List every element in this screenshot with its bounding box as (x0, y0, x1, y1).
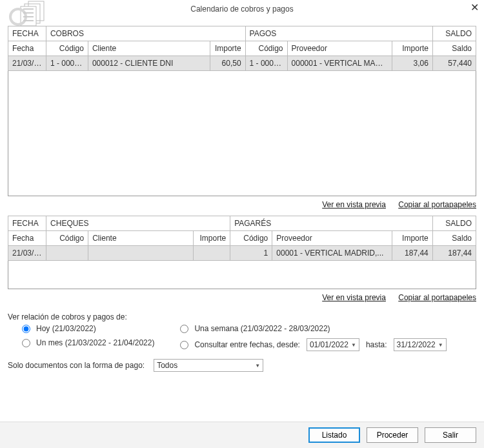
filters-label: Ver relación de cobros y pagos de: (8, 309, 476, 324)
link-preview-1[interactable]: Ver en vista previa (322, 200, 386, 209)
col-fecha[interactable]: Fecha (8, 41, 46, 56)
chevron-down-icon[interactable]: ▼ (348, 342, 358, 348)
radio-entre-label: Consultar entre fechas, desde: (194, 340, 299, 349)
radio-mes-label: Un mes (21/03/2022 - 21/04/2022) (36, 338, 154, 347)
date-desde-value: 01/01/2022 (310, 340, 348, 349)
col-importe-c[interactable]: Importe (210, 41, 245, 56)
col-codigo-p-2[interactable]: Código (230, 231, 272, 246)
cell-fecha: 21/03/22 (8, 56, 46, 71)
group-pagos: PAGOS (245, 26, 432, 41)
group-fecha-2: FECHA (8, 216, 46, 231)
col-proveedor-2[interactable]: Proveedor (272, 231, 392, 246)
cell-cliente (88, 246, 194, 261)
col-proveedor[interactable]: Proveedor (287, 41, 392, 56)
group-pagares: PAGARÉS (230, 216, 433, 231)
cell-codigo-c: 1 - 000005 (46, 56, 88, 71)
close-icon[interactable]: ✕ (470, 3, 479, 13)
radio-hoy[interactable]: Hoy (21/03/2022) (22, 324, 154, 333)
cell-codigo-p: 1 (230, 246, 272, 261)
col-codigo-c[interactable]: Código (46, 41, 88, 56)
report-icon (6, 0, 65, 28)
group-saldo: SALDO (432, 26, 476, 41)
listado-button[interactable]: Listado (308, 427, 360, 443)
cell-codigo-c (46, 246, 88, 261)
chevron-down-icon[interactable]: ▼ (255, 363, 260, 369)
col-cliente[interactable]: Cliente (88, 41, 210, 56)
cell-importe-p: 187,44 (392, 246, 432, 261)
cell-saldo: 187,44 (432, 246, 476, 261)
group-cobros: COBROS (46, 26, 245, 41)
cell-saldo: 57,440 (432, 56, 476, 71)
formapago-combo[interactable]: Todos ▼ (154, 359, 263, 372)
window-title: Calendario de cobros y pagos (190, 5, 293, 14)
link-copy-2[interactable]: Copiar al portapapeles (398, 293, 476, 302)
col-cliente-2[interactable]: Cliente (88, 231, 194, 246)
group-cheques: CHEQUES (46, 216, 230, 231)
grid-cobros-pagos-body[interactable] (8, 71, 476, 196)
cell-fecha: 21/03/22 (8, 246, 46, 261)
radio-mes[interactable]: Un mes (21/03/2022 - 21/04/2022) (22, 338, 154, 347)
cell-cliente: 000012 - CLIENTE DNI (88, 56, 210, 71)
radio-mes-input[interactable] (22, 339, 30, 347)
cell-codigo-p: 1 - 000002 (245, 56, 287, 71)
radio-entre-input[interactable] (180, 341, 188, 349)
radio-semana-label: Una semana (21/03/2022 - 28/03/2022) (194, 324, 330, 333)
formapago-value: Todos (157, 361, 177, 370)
radio-hoy-input[interactable] (22, 325, 30, 333)
proceder-button[interactable]: Proceder (367, 427, 418, 443)
grid-cobros-pagos[interactable]: FECHA COBROS PAGOS SALDO Fecha Código Cl… (8, 26, 476, 71)
col-saldo[interactable]: Saldo (432, 41, 476, 56)
cell-importe-p: 3,06 (392, 56, 433, 71)
col-fecha-2[interactable]: Fecha (8, 231, 46, 246)
col-codigo-p[interactable]: Código (245, 41, 287, 56)
radio-semana-input[interactable] (180, 325, 188, 333)
cell-proveedor: 00001 - VERTICAL MADRID,... (272, 246, 392, 261)
group-saldo-2: SALDO (432, 216, 476, 231)
formapago-label: Solo documentos con la forma de pago: (8, 361, 145, 370)
col-importe-p-2[interactable]: Importe (392, 231, 432, 246)
col-importe-c-2[interactable]: Importe (194, 231, 230, 246)
table-row[interactable]: 21/03/22 1 00001 - VERTICAL MADRID,... 1… (8, 246, 476, 261)
table-row[interactable]: 21/03/22 1 - 000005 000012 - CLIENTE DNI… (8, 56, 476, 71)
link-copy-1[interactable]: Copiar al portapapeles (398, 200, 476, 209)
hasta-label: hasta: (366, 340, 387, 349)
date-hasta-value: 31/12/2022 (397, 340, 436, 349)
salir-button[interactable]: Salir (425, 427, 476, 443)
chevron-down-icon[interactable]: ▼ (436, 342, 445, 348)
title-bar: Calendario de cobros y pagos ✕ (0, 0, 484, 18)
date-hasta[interactable]: 31/12/2022 ▼ (394, 338, 447, 351)
cell-importe-c (194, 246, 230, 261)
footer-bar: Listado Proceder Salir (0, 422, 484, 448)
radio-semana[interactable]: Una semana (21/03/2022 - 28/03/2022) (180, 324, 449, 333)
grid-cheques-pagares[interactable]: FECHA CHEQUES PAGARÉS SALDO Fecha Código… (8, 216, 476, 261)
radio-hoy-label: Hoy (21/03/2022) (36, 324, 96, 333)
date-desde[interactable]: 01/01/2022 ▼ (307, 338, 359, 351)
col-codigo-c-2[interactable]: Código (46, 231, 88, 246)
radio-entre[interactable]: Consultar entre fechas, desde: (180, 340, 299, 349)
cell-proveedor: 000001 - VERTICAL MADRI... (287, 56, 392, 71)
grid-cheques-pagares-body[interactable] (8, 261, 476, 289)
cell-importe-c: 60,50 (210, 56, 245, 71)
col-importe-p[interactable]: Importe (392, 41, 433, 56)
link-preview-2[interactable]: Ver en vista previa (322, 293, 386, 302)
col-saldo-2[interactable]: Saldo (432, 231, 476, 246)
